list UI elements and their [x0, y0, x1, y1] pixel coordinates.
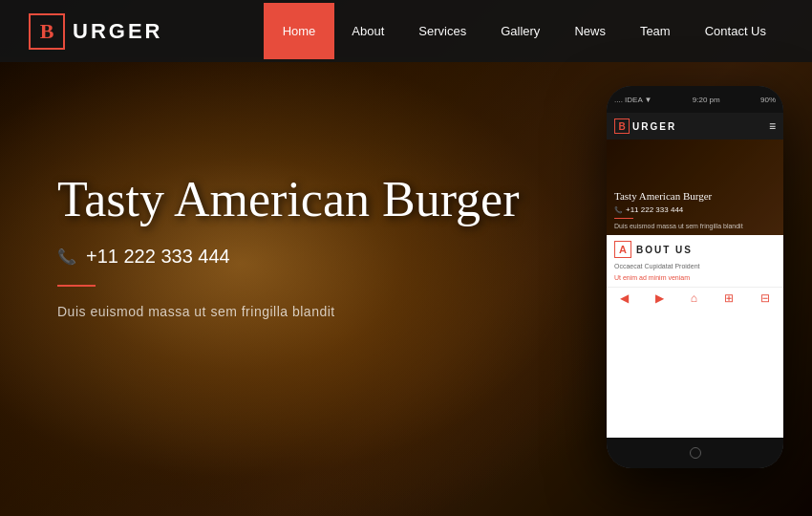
phone-logo-letter: B [618, 121, 625, 132]
phone-icon: 📞 [57, 247, 76, 266]
phone-nav-tabs[interactable]: ⊟ [760, 291, 770, 305]
phone-status-bar: .... IDEA ▼ 9:20 pm 90% [607, 86, 783, 113]
phone-about-section: A BOUT US Occaecat Cupidatat Proident Ut… [607, 235, 783, 287]
logo-b-box: B [29, 13, 65, 50]
phone-nav-forward[interactable]: ▶ [655, 291, 664, 305]
phone-nav-home[interactable]: ⌂ [691, 291, 697, 305]
hero-subtitle: Duis euismod massa ut sem fringilla blan… [57, 304, 520, 319]
phone-bottom-nav: ◀ ▶ ⌂ ⊞ ⊟ [607, 287, 783, 309]
phone-hero-subtitle: Duis euismod massa ut sem fringilla blan… [614, 223, 776, 229]
logo[interactable]: B URGER [29, 13, 162, 50]
phone-hero-divider [614, 218, 633, 219]
phone-battery: 90% [760, 96, 776, 104]
phone-about-subtitle: Occaecat Cupidatat Proident [614, 262, 776, 271]
hero-phone-row: 📞 +11 222 333 444 [57, 246, 520, 268]
hero-title: Tasty American Burger [57, 172, 520, 226]
phone-carrier: .... IDEA ▼ [614, 96, 652, 104]
phone-hero-overlay [607, 140, 783, 235]
hero-divider [57, 285, 96, 287]
nav-links: Home About Services Gallery News Team Co… [264, 3, 783, 59]
nav-contact[interactable]: Contact Us [688, 3, 783, 59]
phone-hero: Tasty American Burger 📞 +11 222 333 444 … [607, 140, 783, 235]
nav-news[interactable]: News [557, 3, 623, 59]
phone-screen: B URGER ≡ Tasty American Burger 📞 +11 22… [607, 113, 783, 438]
nav-about[interactable]: About [334, 3, 401, 59]
phone-hero-phone: 📞 +11 222 333 444 [614, 205, 776, 214]
phone-time: 9:20 pm [693, 96, 720, 104]
phone-about-highlight: Ut enim ad minim veniam [614, 274, 776, 281]
hero-content: Tasty American Burger 📞 +11 222 333 444 … [57, 172, 520, 319]
phone-about-title-row: A BOUT US [614, 241, 776, 258]
logo-name: URGER [73, 19, 162, 44]
nav-services[interactable]: Services [401, 3, 483, 59]
phone-about-a-box: A [614, 241, 631, 258]
phone-hamburger-icon[interactable]: ≡ [769, 119, 776, 133]
nav-team[interactable]: Team [623, 3, 688, 59]
phone-hero-phone-number: +11 222 333 444 [626, 205, 683, 214]
phone-hero-title: Tasty American Burger [614, 189, 776, 203]
logo-letter: B [40, 19, 54, 44]
phone-about-letter: A [619, 244, 627, 255]
phone-about-title: BOUT US [636, 245, 693, 255]
phone-logo: B URGER [614, 118, 676, 134]
hero-phone-number: +11 222 333 444 [86, 246, 230, 268]
phone-bottom-bar [607, 438, 783, 468]
phone-home-button[interactable] [690, 447, 701, 459]
phone-nav-grid[interactable]: ⊞ [724, 291, 734, 305]
phone-nav-back[interactable]: ◀ [620, 291, 629, 305]
phone-navbar: B URGER ≡ [607, 113, 783, 140]
nav-home[interactable]: Home [264, 3, 335, 59]
phone-logo-name: URGER [632, 121, 676, 132]
nav-gallery[interactable]: Gallery [483, 3, 557, 59]
phone-hero-phone-icon: 📞 [614, 206, 623, 214]
phone-mockup: .... IDEA ▼ 9:20 pm 90% B URGER ≡ Tasty … [607, 86, 783, 468]
phone-logo-box: B [614, 118, 630, 134]
navbar: B URGER Home About Services Gallery News… [0, 0, 812, 62]
